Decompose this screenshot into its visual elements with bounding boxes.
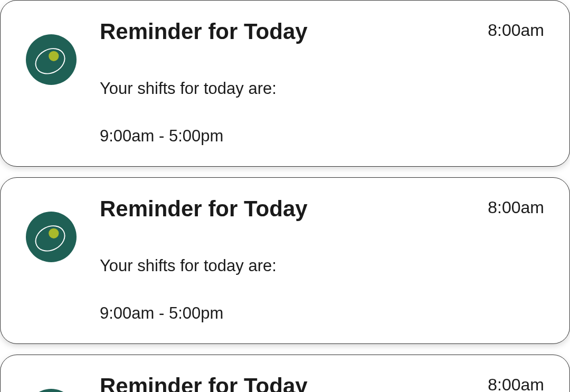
notification-body: Your shifts for today are: 9:00am - 5:00… — [100, 231, 544, 326]
notification-body-line1: Your shifts for today are: — [100, 79, 277, 98]
notification-time: 8:00am — [488, 196, 544, 219]
app-icon — [26, 389, 77, 392]
notification-body-line2: 9:00am - 5:00pm — [100, 127, 223, 145]
notification-body-line1: Your shifts for today are: — [100, 256, 277, 275]
notification-time: 8:00am — [488, 18, 544, 42]
notification-title-row: Reminder for Today 8:00am — [100, 373, 544, 392]
app-icon — [26, 212, 77, 262]
notification-content: Reminder for Today 8:00am Your shifts fo… — [100, 196, 544, 326]
svg-point-5 — [49, 228, 59, 238]
svg-point-2 — [49, 51, 59, 61]
notification-title-row: Reminder for Today 8:00am — [100, 18, 544, 45]
notification-card[interactable]: Reminder for Today 8:00am Your shifts fo… — [0, 177, 570, 344]
notification-card[interactable]: Reminder for Today 8:00am Your shifts fo… — [0, 0, 570, 167]
svg-point-6 — [26, 389, 77, 392]
notification-title: Reminder for Today — [100, 373, 308, 392]
app-icon — [26, 34, 77, 85]
notification-time: 8:00am — [488, 373, 544, 392]
notification-title-row: Reminder for Today 8:00am — [100, 196, 544, 222]
notification-body: Your shifts for today are: 9:00am - 5:00… — [100, 53, 544, 148]
notification-card[interactable]: Reminder for Today 8:00am Your shifts fo… — [0, 355, 570, 392]
notification-content: Reminder for Today 8:00am Your shifts fo… — [100, 18, 544, 148]
notification-title: Reminder for Today — [100, 196, 308, 222]
notification-body-line2: 9:00am - 5:00pm — [100, 304, 223, 322]
notification-title: Reminder for Today — [100, 18, 308, 45]
notification-content: Reminder for Today 8:00am Your shifts fo… — [100, 373, 544, 392]
